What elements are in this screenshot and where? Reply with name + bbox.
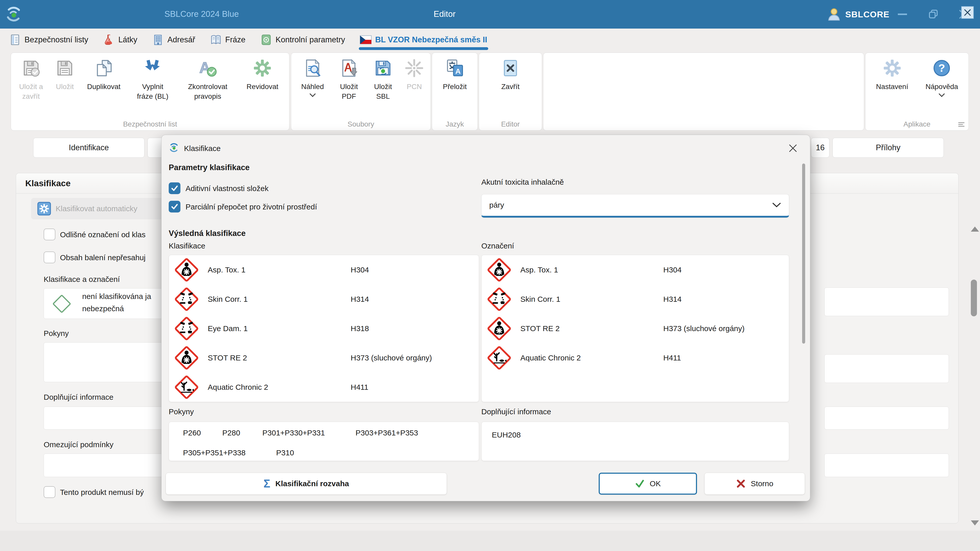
ghs09-environment-icon xyxy=(487,345,512,370)
additional-info-box[interactable]: EUH208 xyxy=(481,422,789,461)
ribbon-group-language: Přeložit Jazyk xyxy=(432,52,478,130)
app-logo-icon xyxy=(168,141,180,154)
chevron-down-icon xyxy=(939,93,945,97)
classification-labeling-label: Klasifikace a označení xyxy=(44,275,120,284)
section-tab-identification[interactable]: Identifikace xyxy=(33,138,145,158)
tab-substances[interactable]: Látky xyxy=(103,29,137,51)
preview-button[interactable]: Náhled xyxy=(295,57,330,98)
account-menu[interactable]: SBLCORE xyxy=(827,6,889,22)
dialog-scrollbar-thumb[interactable] xyxy=(802,164,805,344)
ok-button[interactable]: OK xyxy=(599,473,697,495)
duplicate-button[interactable]: Duplikovat xyxy=(82,57,126,93)
footer-strip xyxy=(0,530,980,551)
spellcheck-button[interactable]: Zkontrolovatpravopis xyxy=(180,57,236,102)
right-field-1[interactable] xyxy=(824,287,949,316)
ribbon-group-editor: Zavřít Editor xyxy=(479,52,542,130)
scrollbar-down-arrow[interactable] xyxy=(971,520,979,526)
ghs09-environment-icon xyxy=(174,375,199,400)
save-sbl-button[interactable]: UložitSBL xyxy=(368,57,398,102)
save-pdf-button[interactable]: UložitPDF xyxy=(334,57,364,102)
list-item[interactable]: Skin Corr. 1 H314 xyxy=(482,284,789,314)
acute-toxicity-dropdown[interactable]: páry xyxy=(481,194,789,218)
section-tab-attachments[interactable]: Přílohy xyxy=(832,138,944,158)
checkbox-additive-properties[interactable] xyxy=(169,183,180,194)
save-button[interactable]: Uložit xyxy=(51,57,79,93)
checkbox-partial-recalculation[interactable] xyxy=(169,201,180,213)
gear-icon xyxy=(882,58,902,78)
classification-report-button[interactable]: Σ Klasifikační rozvaha xyxy=(165,473,447,495)
gear-icon xyxy=(252,58,272,78)
list-item[interactable]: Aquatic Chronic 2 H411 xyxy=(169,372,479,402)
cancel-button[interactable]: Storno xyxy=(704,473,805,495)
scrollbar-thumb[interactable] xyxy=(971,279,977,316)
tab-phrases[interactable]: Fráze xyxy=(210,29,245,51)
revise-button[interactable]: Revidovat xyxy=(239,57,286,93)
translate-icon xyxy=(445,58,465,78)
dialog-close-button[interactable] xyxy=(786,141,800,155)
czech-flag-icon xyxy=(360,35,372,44)
checkbox-package-content[interactable] xyxy=(44,251,56,263)
result-heading: Výsledná klasifikace xyxy=(169,229,246,238)
minimize-button[interactable] xyxy=(896,8,909,21)
right-field-3[interactable] xyxy=(824,407,949,430)
ribbon-group-application: Nastavení Nápověda Aplikace xyxy=(865,52,969,130)
instructions-field[interactable] xyxy=(44,342,164,382)
not-classified-box: není klasifikována ja nebezpečná xyxy=(44,288,164,319)
checkbox-label: Aditivní vlastnosti složek xyxy=(186,184,269,193)
list-item[interactable]: Skin Corr. 1 H314 xyxy=(169,284,479,314)
x-icon xyxy=(736,479,746,489)
target-icon xyxy=(260,34,272,46)
ghs05-corrosion-icon xyxy=(174,316,199,341)
group-label: Jazyk xyxy=(432,120,477,128)
document-icon xyxy=(9,34,21,46)
fill-phrases-button[interactable]: Vyplnitfráze (BL) xyxy=(129,57,177,102)
checkbox-label: Parciální přepočet pro životní prostředí xyxy=(186,203,317,211)
list-item[interactable]: Asp. Tox. 1 H304 xyxy=(482,255,789,284)
translate-button[interactable]: Přeložit xyxy=(434,57,475,93)
right-field-2[interactable] xyxy=(824,354,949,383)
ribbon-group-empty xyxy=(543,52,864,130)
close-icon xyxy=(964,9,971,16)
checkbox-label: Odlišné označení od klas xyxy=(60,230,145,239)
scrollbar-up-arrow[interactable] xyxy=(971,227,979,232)
group-label: Editor xyxy=(479,120,542,128)
additional-info-field[interactable] xyxy=(44,407,164,430)
list-item[interactable]: Asp. Tox. 1 H304 xyxy=(169,255,479,284)
help-button[interactable]: Nápověda xyxy=(919,57,965,98)
user-avatar-icon xyxy=(827,7,841,21)
checkbox-product-note[interactable] xyxy=(44,486,56,498)
dialog-launcher-icon[interactable] xyxy=(958,122,965,127)
parameters-heading: Parametry klasifikace xyxy=(169,163,250,172)
instructions-label: Pokyny xyxy=(44,329,68,338)
close-icon xyxy=(788,144,797,153)
list-item[interactable]: Aquatic Chronic 2 H411 xyxy=(482,343,789,372)
save-icon xyxy=(55,58,75,78)
auto-classify-button[interactable]: Klasifikovat automaticky xyxy=(31,198,164,219)
limiting-conditions-field[interactable] xyxy=(44,454,164,477)
tab-safety-data-sheets[interactable]: Bezpečnostní listy xyxy=(9,29,88,51)
settings-button[interactable]: Nastavení xyxy=(869,57,915,93)
restore-button[interactable] xyxy=(927,8,940,21)
tab-address-book[interactable]: Adresář xyxy=(152,29,195,51)
burst-icon xyxy=(404,58,425,78)
group-label: Soubory xyxy=(291,120,431,128)
flask-icon xyxy=(103,34,115,46)
tab-control-parameters[interactable]: Kontrolní parametry xyxy=(260,29,345,51)
right-field-4[interactable] xyxy=(824,454,949,477)
sbl-floppy-icon xyxy=(373,58,393,78)
section-tab-16[interactable]: 16 xyxy=(811,138,829,158)
list-item[interactable]: STOT RE 2 H373 (sluchové orgány) xyxy=(169,343,479,372)
pcn-button[interactable]: PCN xyxy=(402,57,426,93)
save-and-close-button[interactable]: Uložit azavřít xyxy=(14,57,48,102)
tab-document-bl-vzor[interactable]: BL VZOR Nebezpečná směs II xyxy=(360,29,487,51)
instructions-box[interactable]: P260 P280 P301+P330+P331 P303+P361+P353 … xyxy=(169,422,479,461)
close-editor-button[interactable]: Zavřít xyxy=(487,57,533,93)
chevron-down-icon xyxy=(772,202,781,208)
titlebar: SBLCore 2024 Blue Editor SBLCORE xyxy=(0,0,980,29)
tab-close-button[interactable] xyxy=(961,6,974,19)
checkbox-label: Tento produkt nemusí bý xyxy=(60,488,144,497)
list-item[interactable]: STOT RE 2 H373 (sluchové orgány) xyxy=(482,314,789,343)
checkbox-different-labeling[interactable] xyxy=(44,229,56,240)
help-icon xyxy=(932,58,952,78)
list-item[interactable]: Eye Dam. 1 H318 xyxy=(169,314,479,343)
